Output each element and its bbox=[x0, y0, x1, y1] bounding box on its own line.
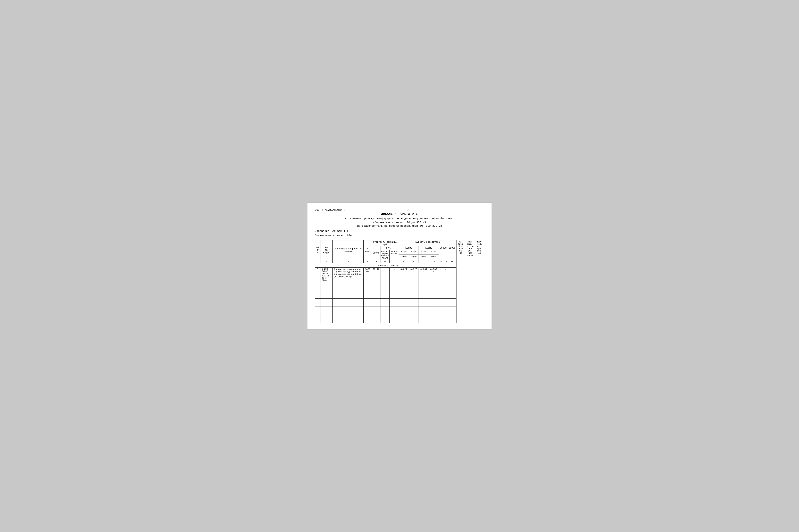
colnum-4: 4 bbox=[364, 260, 372, 263]
page-number: -8- bbox=[349, 208, 468, 212]
th-name: Наименование работ изатрат bbox=[333, 240, 364, 260]
th-cost-vtch: в т.ч. bbox=[380, 246, 399, 250]
th-capacity-header: Емкость резервуара bbox=[399, 240, 456, 246]
colnum-5: 5 bbox=[372, 260, 380, 263]
row-cost-total: 99,12 bbox=[372, 267, 380, 282]
main-table: №№п/п №№пр/скур. Наименование работ изат… bbox=[315, 240, 484, 323]
page-header: 9OI-4-71.83 Альбом У -8- bbox=[315, 208, 484, 212]
th-unit: Ед.изм. bbox=[364, 240, 372, 260]
th-150-kvo: К-во bbox=[409, 250, 419, 255]
document-page: 9OI-4-71.83 Альбом У -8- ЛОКАЛЬНАЯ СМЕТА… bbox=[307, 203, 492, 329]
row-300-qty: 0.0374 bbox=[429, 267, 439, 282]
empty-row-3 bbox=[315, 298, 484, 307]
row-ref: I-230I-237тех.ч.П.I-II29-I29-8 bbox=[321, 267, 333, 282]
colnum-11: II bbox=[429, 260, 439, 263]
row-100-qty: 0.0212 bbox=[399, 267, 409, 282]
title-sub1: к типовому проекту резервуаров для воды … bbox=[315, 216, 484, 224]
colnum-10: IO bbox=[419, 260, 429, 263]
th-ref: №№пр/скур. bbox=[321, 240, 333, 260]
meta-block: Основание: Альбом III Составлена в ценах… bbox=[315, 229, 484, 238]
compiled-text: Составлена в ценах 1984г. bbox=[315, 233, 484, 238]
th-200m3: 200м3 bbox=[439, 246, 448, 250]
colnum-9: 9 bbox=[409, 260, 419, 263]
colnum-3: 3 bbox=[333, 260, 364, 263]
colnum-14: I4 bbox=[448, 260, 456, 263]
th-200-kvo: К-во bbox=[419, 250, 429, 255]
colnum-7: 7 bbox=[390, 260, 399, 263]
th-300-stoim2: стоим. bbox=[429, 255, 439, 260]
th-300m3: 300м3 bbox=[448, 246, 456, 250]
colnum-2: 2 bbox=[321, 260, 333, 263]
th-osnzar: Осн.зара-бот-наяпла-та bbox=[456, 240, 466, 260]
title-sub3: На общестроительнне работы резервуаров е… bbox=[315, 224, 484, 228]
colnum-1: I bbox=[315, 260, 321, 263]
basis-text: Основание: Альбом III bbox=[315, 229, 484, 233]
th-cost-total: Всего bbox=[372, 246, 380, 260]
th-norm: Норм.усл.чист.про-дук-ция bbox=[475, 240, 484, 260]
th-cost-base: основ.зара-ботнаяплата bbox=[380, 250, 390, 260]
empty-row-4 bbox=[315, 307, 484, 315]
th-expsm: Эксп.маш.,в т.ч.зара-бот-наяплата bbox=[466, 240, 475, 260]
section-title: I. Земляные работы bbox=[374, 265, 398, 267]
doc-id: 9OI-4-71.83 bbox=[315, 208, 332, 211]
row-cost-expl: - bbox=[390, 267, 399, 282]
row-150-qty: 0.0263 bbox=[409, 267, 419, 282]
th-300-kvo: К-во bbox=[429, 250, 439, 255]
colnum-8: 8 bbox=[399, 260, 409, 263]
row-num: I bbox=[315, 267, 321, 282]
th-100-stoim2: стоим. bbox=[399, 255, 409, 260]
header-row-1: №№п/п №№пр/скур. Наименование работ изат… bbox=[315, 240, 484, 246]
colnum-6: 6 bbox=[380, 260, 390, 263]
th-150-stoim2: стоим. bbox=[409, 255, 419, 260]
colnum-12: I2 bbox=[439, 260, 443, 263]
th-150m3: 150м3 bbox=[419, 246, 439, 250]
row-200-qty: 0.0313 bbox=[419, 267, 429, 282]
title-main: ЛОКАЛЬНАЯ СМЕТА № I bbox=[315, 212, 484, 216]
section-header-earthwork: I. Земляные работы bbox=[315, 263, 484, 267]
th-200-stoim2: стоим. bbox=[419, 255, 429, 260]
row-unit: 1000м3 bbox=[364, 267, 372, 282]
row-cost-base: - bbox=[380, 267, 390, 282]
row-name: Срезка растительногогрунта бульдозером о… bbox=[333, 267, 364, 282]
empty-row-2 bbox=[315, 290, 484, 298]
row-col12: - bbox=[439, 267, 443, 282]
row-col13: - bbox=[443, 267, 448, 282]
th-100m3: 100м3 bbox=[399, 246, 419, 250]
table-row: I I-230I-237тех.ч.П.I-II29-I29-8 Срезка … bbox=[315, 267, 484, 282]
th-cost-header: Стоимость единицы,руб. bbox=[372, 240, 399, 246]
empty-row-5 bbox=[315, 315, 484, 323]
col-numbers-row: I 2 3 4 5 6 7 8 9 IO II I2 I3 I4 bbox=[315, 260, 484, 263]
th-num: №№п/п bbox=[315, 240, 321, 260]
th-100-kvo: К-во bbox=[399, 250, 409, 255]
row-col14: - bbox=[448, 267, 456, 282]
colnum-13: I3 bbox=[443, 260, 448, 263]
album-label: Альбом У bbox=[332, 208, 349, 211]
title-block: ЛОКАЛЬНАЯ СМЕТА № I к типовому проекту р… bbox=[315, 212, 484, 228]
empty-row-1 bbox=[315, 282, 484, 290]
th-cost-expl: экспл.машин bbox=[390, 250, 399, 260]
